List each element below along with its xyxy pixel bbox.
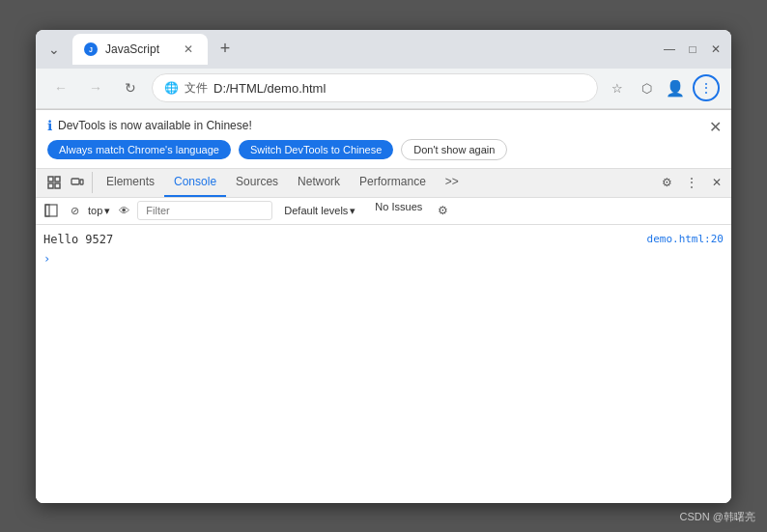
bookmark-btn[interactable]: ☆ (606, 76, 629, 99)
svg-rect-2 (48, 177, 53, 182)
extension-btn[interactable]: ⬡ (635, 76, 658, 99)
title-bar: ⌄ J JavaScript ✕ + — □ ✕ (36, 30, 731, 69)
clear-console-icon[interactable]: ⊘ (65, 201, 84, 220)
info-icon: ℹ (47, 118, 52, 133)
banner-buttons: Always match Chrome's language Switch De… (47, 139, 720, 160)
devtools-tabs: Elements Console Sources Network Perform… (97, 168, 656, 197)
context-label: top (88, 205, 102, 216)
back-btn[interactable]: ← (47, 74, 74, 101)
svg-rect-5 (55, 183, 60, 188)
devtools-settings-icon[interactable]: ⚙ (656, 172, 677, 193)
close-btn[interactable]: ✕ (708, 42, 724, 57)
svg-text:J: J (89, 46, 93, 53)
tab-list-btn[interactable]: ⌄ (43, 39, 65, 60)
console-output: Hello 9527 demo.html:20 › (36, 225, 731, 503)
devtools-banner: ℹ DevTools is now available in Chinese! … (36, 110, 731, 169)
title-bar-left: ⌄ (43, 39, 65, 60)
tab-console[interactable]: Console (164, 168, 226, 197)
address-bar-input[interactable]: 🌐 文件 D:/HTML/demo.html (152, 73, 598, 102)
svg-rect-3 (55, 177, 60, 182)
console-log-row: Hello 9527 demo.html:20 (36, 229, 731, 250)
console-sidebar-icon[interactable] (42, 201, 61, 220)
tab-sources[interactable]: Sources (226, 168, 288, 197)
devtools-right-controls: ⚙ ⋮ ✕ (656, 172, 727, 193)
browser-window: ⌄ J JavaScript ✕ + — □ ✕ ← → ↻ 🌐 文件 D:/H… (36, 30, 731, 503)
inspect-element-icon[interactable] (43, 172, 65, 193)
profile-btn[interactable]: 👤 (664, 76, 687, 99)
reload-btn[interactable]: ↻ (117, 74, 144, 101)
context-arrow: ▾ (104, 205, 110, 217)
active-tab[interactable]: J JavaScript ✕ (72, 34, 208, 65)
device-toolbar-icon[interactable] (67, 172, 88, 193)
minimize-btn[interactable]: — (662, 42, 677, 57)
tab-elements[interactable]: Elements (97, 168, 164, 197)
levels-arrow: ▾ (350, 205, 355, 217)
console-toolbar: ⊘ top ▾ 👁 Default levels ▾ No Issues ⚙ (36, 198, 731, 225)
console-settings-icon[interactable]: ⚙ (434, 202, 451, 219)
banner-info-text: DevTools is now available in Chinese! (58, 119, 252, 132)
tab-performance[interactable]: Performance (350, 168, 436, 197)
filter-input[interactable] (137, 201, 272, 220)
more-tabs-btn[interactable]: >> (436, 168, 469, 197)
chrome-menu-btn[interactable]: ⋮ (693, 74, 720, 101)
watermark: CSDN @韩曙亮 (680, 510, 755, 524)
banner-close-btn[interactable]: ✕ (709, 118, 722, 136)
file-label: 文件 (185, 80, 208, 97)
console-expand-btn[interactable]: › (36, 250, 731, 267)
svg-rect-4 (48, 183, 53, 188)
devtools-tabs-toolbar: Elements Console Sources Network Perform… (36, 169, 731, 198)
issues-btn[interactable]: No Issues (367, 201, 430, 220)
svg-rect-9 (45, 205, 57, 216)
devtools-close-icon[interactable]: ✕ (706, 172, 727, 193)
window-controls: — □ ✕ (662, 42, 724, 57)
browser-content: ℹ DevTools is now available in Chinese! … (36, 109, 731, 503)
levels-btn[interactable]: Default levels ▾ (276, 201, 363, 220)
devtools-left-icons (40, 172, 93, 193)
issues-label: No Issues (375, 201, 422, 212)
console-message: Hello 9527 (43, 231, 647, 248)
levels-label: Default levels (284, 205, 348, 216)
address-security-icon: 🌐 (164, 81, 179, 95)
context-selector[interactable]: top ▾ (88, 201, 110, 220)
devtools-panel: ℹ DevTools is now available in Chinese! … (36, 109, 731, 503)
console-source-link[interactable]: demo.html:20 (647, 231, 724, 248)
tab-close-btn[interactable]: ✕ (181, 42, 196, 57)
address-actions: ☆ ⬡ 👤 ⋮ (606, 74, 720, 101)
dont-show-btn[interactable]: Don't show again (401, 139, 507, 160)
tab-title: JavaScript (105, 42, 173, 56)
forward-btn[interactable]: → (82, 74, 109, 101)
switch-devtools-btn[interactable]: Switch DevTools to Chinese (239, 140, 393, 159)
devtools-more-icon[interactable]: ⋮ (681, 172, 702, 193)
tab-favicon: J (84, 42, 98, 56)
always-match-btn[interactable]: Always match Chrome's language (47, 140, 231, 159)
address-bar: ← → ↻ 🌐 文件 D:/HTML/demo.html ☆ ⬡ 👤 ⋮ (36, 69, 731, 109)
svg-rect-7 (80, 180, 83, 184)
eye-icon[interactable]: 👁 (114, 201, 133, 220)
url-text: D:/HTML/demo.html (213, 81, 585, 96)
maximize-btn[interactable]: □ (685, 42, 700, 57)
new-tab-btn[interactable]: + (212, 36, 239, 63)
svg-rect-6 (71, 179, 79, 184)
tab-network[interactable]: Network (288, 168, 350, 197)
banner-text-row: ℹ DevTools is now available in Chinese! (47, 118, 720, 133)
